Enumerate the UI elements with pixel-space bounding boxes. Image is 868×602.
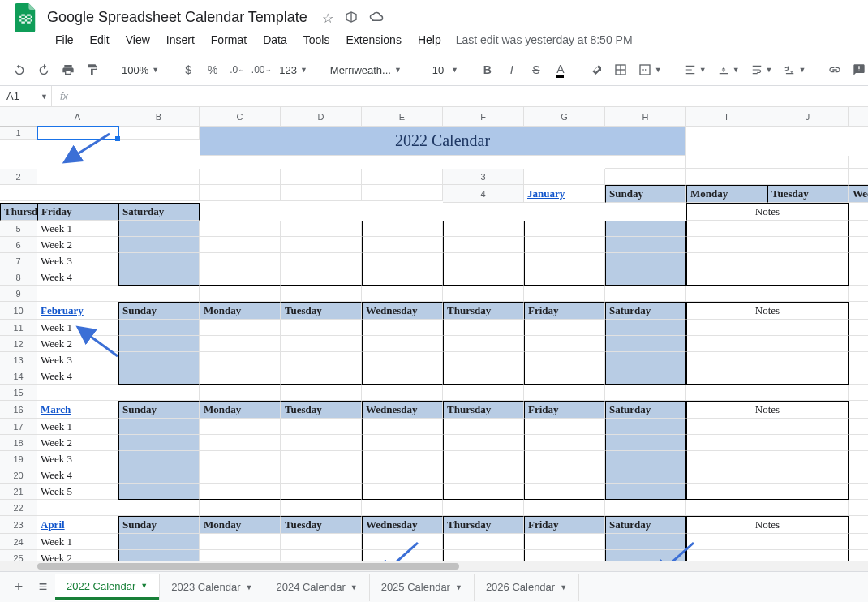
cell[interactable] [118,127,200,140]
month-link[interactable]: March [37,401,118,419]
merge-cells-button[interactable]: ▼ [634,58,667,81]
calendar-cell[interactable] [118,484,200,500]
week-label[interactable]: Week 2 [37,435,118,451]
cell[interactable] [849,451,868,467]
calendar-cell[interactable] [118,221,200,237]
column-header[interactable]: G [524,107,605,127]
cell[interactable] [849,253,868,269]
calendar-cell[interactable] [362,320,443,336]
cell[interactable] [849,352,868,368]
day-header[interactable]: Thursday [443,516,524,534]
day-header[interactable]: Wednesday [362,516,443,534]
calendar-cell[interactable] [605,368,686,385]
calendar-cell[interactable] [118,368,200,385]
cell[interactable] [37,385,118,401]
row-header[interactable]: 3 [443,169,524,185]
week-label[interactable]: Week 1 [37,221,118,237]
calendar-cell[interactable] [281,237,362,253]
calendar-cell[interactable] [281,484,362,500]
day-header[interactable]: Friday [37,203,118,221]
week-label[interactable]: Week 2 [37,237,118,253]
menu-extensions[interactable]: Extensions [339,30,407,49]
day-header[interactable]: Monday [200,302,281,320]
row-header[interactable]: 1 [0,127,37,140]
calendar-cell[interactable] [362,221,443,237]
calendar-cell[interactable] [524,484,605,500]
cell[interactable] [849,336,868,352]
italic-button[interactable]: I [501,58,523,81]
calendar-cell[interactable] [281,253,362,269]
cell[interactable] [849,269,868,286]
cell[interactable] [443,500,524,516]
more-formats-dropdown[interactable]: 123▼ [274,58,312,81]
calendar-cell[interactable] [200,368,281,385]
row-header[interactable]: 19 [0,451,37,467]
week-label[interactable]: Week 4 [37,269,118,286]
day-header[interactable]: Tuesday [281,401,362,419]
calendar-cell[interactable] [281,352,362,368]
calendar-cell[interactable] [118,534,200,550]
print-button[interactable] [57,58,79,81]
calendar-cell[interactable] [362,484,443,500]
cell[interactable] [37,169,118,185]
day-header[interactable]: Tuesday [281,302,362,320]
move-icon[interactable] [345,11,358,27]
calendar-cell[interactable] [605,237,686,253]
cell[interactable] [767,169,849,185]
document-title[interactable]: Google Spreadsheet Calendar Template [47,9,307,25]
row-header[interactable]: 24 [0,534,37,550]
day-header[interactable]: Monday [200,516,281,534]
column-header[interactable]: H [605,107,686,127]
cell[interactable] [118,500,200,516]
row-header[interactable]: 16 [0,401,37,419]
calendar-cell[interactable] [200,352,281,368]
cell[interactable] [362,286,443,302]
calendar-cell[interactable] [605,451,686,467]
cell[interactable] [849,368,868,385]
redo-button[interactable] [32,58,55,81]
calendar-cell[interactable] [200,534,281,550]
day-header[interactable]: Sunday [605,185,686,203]
cell[interactable] [849,203,868,221]
cell[interactable] [0,185,37,201]
row-header[interactable]: 15 [0,385,37,401]
calendar-cell[interactable] [443,550,524,561]
cell[interactable] [849,156,868,169]
day-header[interactable]: Sunday [118,302,200,320]
cell[interactable] [849,286,868,302]
menu-tools[interactable]: Tools [297,30,337,49]
calendar-cell[interactable] [118,419,200,435]
calendar-cell[interactable] [200,336,281,352]
day-header[interactable]: Sunday [118,401,200,419]
calendar-cell[interactable] [524,534,605,550]
calendar-cell[interactable] [605,435,686,451]
menu-data[interactable]: Data [256,30,294,49]
horizontal-align-button[interactable]: ▼ [680,58,711,81]
calendar-cell[interactable] [605,534,686,550]
calendar-cell[interactable] [524,352,605,368]
fill-color-button[interactable] [585,58,608,81]
calendar-cell[interactable] [281,435,362,451]
calendar-cell[interactable] [443,534,524,550]
day-header[interactable]: Friday [524,401,605,419]
calendar-cell[interactable] [605,352,686,368]
cell[interactable] [524,385,605,401]
month-link[interactable]: April [37,516,118,534]
cell[interactable] [605,286,686,302]
cell[interactable] [849,385,868,401]
formula-bar[interactable] [76,86,868,106]
name-box-dropdown[interactable]: ▼ [37,86,52,106]
week-label[interactable]: Week 5 [37,484,118,500]
notes-cell[interactable] [686,451,849,467]
calendar-cell[interactable] [281,221,362,237]
cell[interactable] [605,500,686,516]
calendar-cell[interactable] [200,253,281,269]
calendar-cell[interactable] [605,336,686,352]
insert-link-button[interactable] [823,58,846,81]
calendar-cell[interactable] [524,336,605,352]
calendar-cell[interactable] [443,368,524,385]
calendar-cell[interactable] [281,467,362,484]
day-header[interactable]: Saturday [605,401,686,419]
row-header[interactable]: 9 [0,286,37,302]
cell[interactable] [200,385,281,401]
